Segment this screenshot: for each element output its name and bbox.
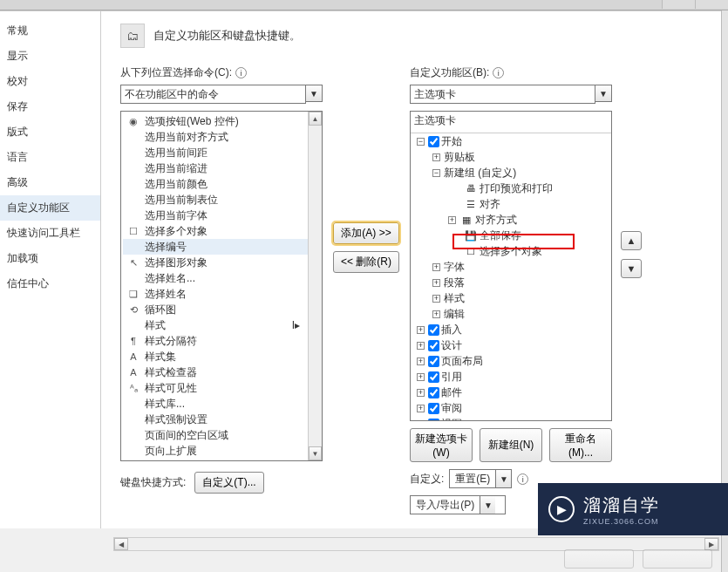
tree-checkbox[interactable] [428,419,439,422]
scroll-up-button[interactable]: ▲ [309,112,322,126]
sidebar-item-layout[interactable]: 版式 [0,119,100,145]
collapse-icon[interactable]: − [432,169,440,177]
tree-node-paragraph[interactable]: +段落 [413,275,609,290]
tree-node-view[interactable]: +视图 [413,416,609,421]
list-item[interactable]: A样式检查器 [123,364,320,380]
expand-icon[interactable]: + [432,310,440,318]
add-button[interactable]: 添加(A) >> [333,222,398,244]
list-item[interactable]: ◉选项按钮(Web 控件) [123,113,320,129]
tree-node-style[interactable]: +样式 [413,290,609,306]
move-up-button[interactable]: ▲ [621,231,642,250]
tree-node-selectmulti[interactable]: ☐选择多个对象 [413,243,609,259]
expand-icon[interactable]: + [417,342,425,350]
commands-listbox[interactable]: ◉选项按钮(Web 控件)选用当前对齐方式选用当前间距选用当前缩进选用当前颜色选… [120,111,323,461]
expand-icon[interactable]: + [432,295,440,303]
tree-node-insert[interactable]: +插入 [413,322,609,337]
remove-button[interactable]: << 删除(R) [333,251,399,273]
expand-icon[interactable]: + [432,279,440,287]
expand-icon[interactable]: + [417,389,425,397]
list-item[interactable]: ¶样式分隔符 [123,333,320,349]
list-item[interactable]: A样式集 [123,349,320,364]
sidebar-item-addins[interactable]: 加载项 [0,246,100,271]
sidebar-item-qat[interactable]: 快速访问工具栏 [0,221,100,246]
sidebar-item-language[interactable]: 语言 [0,145,100,170]
list-item[interactable]: ⟲循环图 [123,302,320,317]
tree-node-alignmode[interactable]: +▦对齐方式 [413,212,609,228]
expand-icon[interactable]: + [417,326,425,334]
rename-button[interactable]: 重命名(M)... [549,428,612,462]
tree-node-review[interactable]: +审阅 [413,400,609,416]
expand-icon[interactable]: + [417,405,425,412]
list-item[interactable]: 样式库... [123,396,320,412]
list-item[interactable]: ᴬₐ样式可见性 [123,380,320,396]
expand-icon[interactable]: + [417,358,425,365]
tree-checkbox[interactable] [428,340,439,351]
expand-icon[interactable]: + [417,373,425,381]
chevron-down-icon[interactable]: ▼ [495,470,511,487]
tree-node-font[interactable]: +字体 [413,259,609,275]
sidebar-item-trust[interactable]: 信任中心 [0,271,100,296]
tree-checkbox[interactable] [428,387,439,398]
list-item[interactable]: ☐选择多个对象 [123,223,320,239]
list-item[interactable]: 选用当前间距 [123,145,320,160]
list-item[interactable]: 选用当前对齐方式 [123,129,320,145]
tree-node-start[interactable]: −开始 [413,133,609,149]
tree-node-print[interactable]: 🖶打印预览和打印 [413,180,609,196]
tree-node-edit[interactable]: +编辑 [413,306,609,322]
move-down-button[interactable]: ▼ [621,259,642,278]
new-group-button[interactable]: 新建组(N) [480,428,542,462]
scroll-left-button[interactable]: ◀ [114,538,128,550]
scroll-down-button[interactable]: ▼ [309,446,322,460]
list-item[interactable]: 页面间的空白区域 [123,427,320,443]
reset-dropdown[interactable]: 重置(E) ▼ [449,469,512,488]
chevron-down-icon[interactable]: ▼ [480,496,495,514]
sidebar-item-display[interactable]: 显示 [0,44,100,69]
list-item[interactable]: 选择编号 [123,239,320,255]
list-item[interactable]: 样式I▸ [123,317,320,333]
tree-node-newgroup[interactable]: −新建组 (自定义) [413,165,609,180]
window-max-button[interactable] [695,0,728,9]
list-item[interactable]: 页向上扩展 [123,443,320,459]
ok-button[interactable] [564,549,634,569]
sidebar-item-general[interactable]: 常规 [0,18,100,44]
tree-node-mail[interactable]: +邮件 [413,385,609,400]
expand-icon[interactable]: + [432,153,440,161]
cancel-button[interactable] [643,549,712,569]
help-icon[interactable]: i [517,473,528,485]
tree-node-clipboard[interactable]: +剪贴板 [413,149,609,165]
list-item[interactable]: 页向下扩展 [123,459,320,461]
list-item[interactable]: 选用当前制表位 [123,192,320,208]
right-combo[interactable]: 主选项卡 ▼ [410,85,612,104]
list-item[interactable]: 样式强制设置 [123,412,320,427]
list-item[interactable]: 选择姓名... [123,270,320,286]
tree-node-align[interactable]: ☰对齐 [413,196,609,212]
listbox-scrollbar[interactable]: ▲ ▼ [308,112,322,460]
tree-node-ref[interactable]: +引用 [413,369,609,385]
chevron-down-icon[interactable]: ▼ [595,85,612,102]
expand-icon[interactable]: + [448,216,456,224]
new-tab-button[interactable]: 新建选项卡(W) [410,428,473,462]
tree-checkbox[interactable] [428,136,439,147]
list-item[interactable]: 选用当前颜色 [123,176,320,192]
collapse-icon[interactable]: − [417,138,425,146]
tree-checkbox[interactable] [428,371,439,383]
left-combo[interactable]: 不在功能区中的命令 ▼ [120,85,323,104]
help-icon[interactable]: i [493,67,504,78]
sidebar-item-proofing[interactable]: 校对 [0,69,100,94]
import-export-dropdown[interactable]: 导入/导出(P) ▼ [410,495,506,514]
sidebar-item-customize-ribbon[interactable]: 自定义功能区 [0,195,100,221]
sidebar-item-advanced[interactable]: 高级 [0,170,100,195]
expand-icon[interactable]: + [417,420,425,422]
tree-checkbox[interactable] [428,324,439,336]
list-item[interactable]: ❏选择姓名 [123,286,320,302]
tree-checkbox[interactable] [428,403,439,414]
tree-checkbox[interactable] [428,356,439,367]
scroll-right-button[interactable]: ▶ [704,538,718,550]
chevron-down-icon[interactable]: ▼ [305,85,323,102]
ribbon-tree[interactable]: 主选项卡 −开始 +剪贴板 −新建组 (自定义) 🖶打印预览和打印 ☰对齐 +▦… [410,111,612,421]
list-item[interactable]: 选用当前字体 [123,208,320,223]
tree-node-page-layout[interactable]: +页面布局 [413,353,609,369]
tree-node-saveall[interactable]: 💾全部保存 [413,228,609,243]
sidebar-item-save[interactable]: 保存 [0,94,100,119]
tree-node-design[interactable]: +设计 [413,337,609,353]
